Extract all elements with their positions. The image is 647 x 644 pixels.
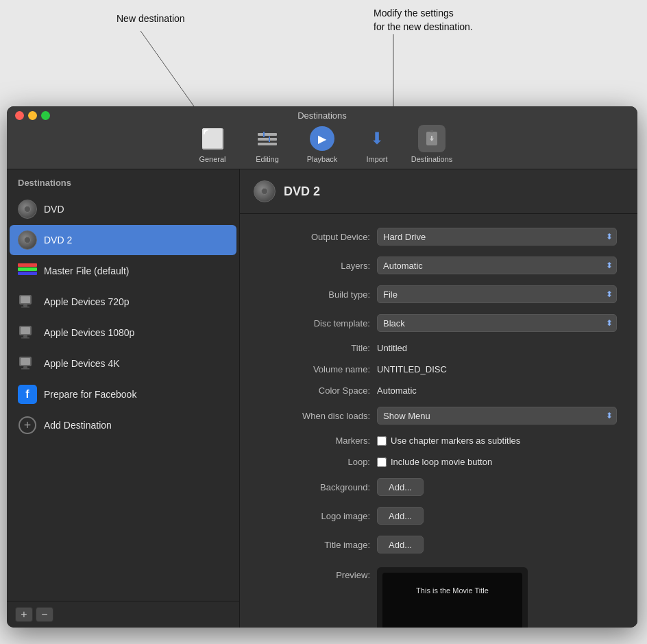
apple-devices-1080-icon — [18, 323, 37, 342]
output-device-row: Output Device: Hard Drive Disc Burner ⬍ — [260, 228, 617, 246]
preview-screen: This is the Movie Title — [382, 573, 522, 628]
sidebar-header: Destinations — [7, 169, 239, 193]
svg-rect-19 — [21, 337, 29, 339]
svg-rect-17 — [21, 327, 30, 334]
toolbar-icon-general: ⬜ — [199, 125, 226, 152]
color-space-row: Color Space: Automatic — [260, 385, 617, 396]
svg-rect-6 — [269, 136, 270, 142]
toolbar-item-destinations[interactable]: Destinations — [404, 125, 459, 163]
callout-new-destination: New destination — [117, 12, 185, 26]
sidebar: Destinations DVD DVD 2 — [7, 169, 240, 628]
title-image-add-button[interactable]: Add... — [377, 536, 424, 553]
sidebar-item-label-apple1080: Apple Devices 1080p — [44, 327, 134, 338]
remove-destination-button[interactable]: − — [36, 607, 53, 622]
import-arrow-icon: ⬇ — [370, 129, 384, 148]
disc-template-select-wrapper: Black White Custom ⬍ — [377, 314, 617, 332]
titlebar: Destinations ⬜ General — [7, 106, 637, 169]
sidebar-item-dvd[interactable]: DVD — [10, 194, 236, 224]
toolbar-icon-playback: ▶ — [308, 125, 336, 152]
markers-checkbox[interactable] — [377, 436, 387, 446]
preview-label: Preview: — [260, 564, 370, 580]
detail-body: Output Device: Hard Drive Disc Burner ⬍ … — [240, 214, 637, 628]
output-device-select-wrapper: Hard Drive Disc Burner ⬍ — [377, 228, 617, 246]
editing-svg-icon — [255, 126, 280, 151]
output-device-label: Output Device: — [260, 232, 370, 242]
background-row: Background: Add... — [260, 478, 617, 496]
sidebar-item-apple720[interactable]: Apple Devices 720p — [10, 287, 236, 317]
apple-devices-720-icon — [18, 292, 37, 311]
title-image-label: Title image: — [260, 540, 370, 550]
apple-devices-4k-svg-icon — [18, 354, 37, 373]
playback-play-icon: ▶ — [310, 126, 334, 151]
title-value: Untitled — [377, 343, 617, 353]
sidebar-item-label-dvd2: DVD 2 — [44, 235, 72, 246]
when-disc-loads-label: When disc loads: — [260, 411, 370, 421]
toolbar-item-playback[interactable]: ▶ Playback — [295, 125, 350, 163]
title-row: Title: Untitled — [260, 343, 617, 353]
window-title: Destinations — [297, 110, 347, 121]
markers-row: Markers: Use chapter markers as subtitle… — [260, 436, 617, 446]
add-destination-button[interactable]: + — [15, 607, 33, 622]
titlebar-top: Destinations — [7, 106, 637, 125]
sidebar-footer: + − — [7, 601, 239, 628]
loop-row: Loop: Include loop movie button — [260, 457, 617, 467]
build-type-select[interactable]: File Image Volume — [377, 285, 617, 303]
disc-template-select[interactable]: Black White Custom — [377, 314, 617, 332]
when-disc-loads-select[interactable]: Show Menu Play Movie — [377, 407, 617, 425]
minimize-button[interactable] — [28, 111, 37, 120]
toolbar-item-editing[interactable]: Editing — [240, 125, 295, 163]
sidebar-item-apple1080[interactable]: Apple Devices 1080p — [10, 318, 236, 348]
sidebar-item-label-facebook: Prepare for Facebook — [44, 389, 136, 400]
sidebar-item-label-apple720: Apple Devices 720p — [44, 296, 130, 307]
plus-circle-icon: + — [19, 416, 36, 434]
apple-devices-4k-icon — [18, 354, 37, 373]
svg-rect-3 — [258, 138, 277, 141]
loop-checkbox-row: Include loop movie button — [377, 457, 492, 467]
toolbar-icon-destinations — [418, 125, 445, 152]
master-file-icon — [18, 261, 37, 281]
sidebar-item-facebook[interactable]: f Prepare for Facebook — [10, 379, 236, 409]
sidebar-item-dvd2[interactable]: DVD 2 — [10, 225, 236, 255]
loop-label: Loop: — [260, 457, 370, 467]
preview-container: This is the Movie Title ▶ ● ● ● — [377, 567, 528, 628]
loop-checkbox[interactable] — [377, 457, 387, 467]
maximize-button[interactable] — [41, 111, 50, 120]
add-destination-icon: + — [18, 416, 37, 435]
close-button[interactable] — [15, 111, 24, 120]
layers-row: Layers: Automatic Single Layer Dual Laye… — [260, 257, 617, 274]
apple-devices-720-svg-icon — [18, 292, 37, 311]
color-space-value: Automatic — [377, 385, 617, 396]
sidebar-list: DVD DVD 2 — [7, 193, 239, 601]
sidebar-item-label-apple4k: Apple Devices 4K — [44, 358, 120, 369]
layers-select-wrapper: Automatic Single Layer Dual Layer ⬍ — [377, 257, 617, 274]
sidebar-item-label-add: Add Destination — [44, 420, 112, 431]
sidebar-item-master[interactable]: Master File (default) — [10, 256, 236, 286]
toolbar-label-playback: Playback — [307, 155, 338, 163]
svg-rect-15 — [21, 307, 29, 308]
svg-rect-10 — [18, 267, 37, 271]
background-add-button[interactable]: Add... — [377, 478, 424, 496]
sidebar-item-apple4k[interactable]: Apple Devices 4K — [10, 348, 236, 379]
toolbar-label-general: General — [199, 155, 225, 163]
logo-image-add-button[interactable]: Add... — [377, 507, 424, 525]
main-content: Destinations DVD DVD 2 — [7, 169, 637, 628]
disc-template-label: Disc template: — [260, 318, 370, 329]
fb-logo-icon: f — [18, 385, 37, 404]
svg-rect-23 — [21, 368, 29, 370]
output-device-select[interactable]: Hard Drive Disc Burner — [377, 228, 617, 246]
svg-rect-5 — [263, 132, 265, 137]
sidebar-item-add-destination[interactable]: + Add Destination — [10, 410, 236, 440]
toolbar-item-import[interactable]: ⬇ Import — [350, 125, 404, 163]
markers-checkbox-label: Use chapter markers as subtitles — [391, 436, 520, 446]
markers-checkbox-row: Use chapter markers as subtitles — [377, 436, 520, 446]
volume-name-row: Volume name: UNTITLED_DISC — [260, 364, 617, 374]
toolbar-item-general[interactable]: ⬜ General — [185, 125, 240, 163]
svg-rect-9 — [18, 263, 37, 267]
facebook-icon: f — [18, 385, 37, 404]
apple-devices-1080-svg-icon — [18, 323, 37, 342]
preview-title-text: This is the Movie Title — [416, 586, 489, 595]
svg-rect-4 — [258, 143, 277, 145]
logo-image-label: Logo image: — [260, 511, 370, 521]
layers-select[interactable]: Automatic Single Layer Dual Layer — [377, 257, 617, 274]
build-type-select-wrapper: File Image Volume ⬍ — [377, 285, 617, 303]
